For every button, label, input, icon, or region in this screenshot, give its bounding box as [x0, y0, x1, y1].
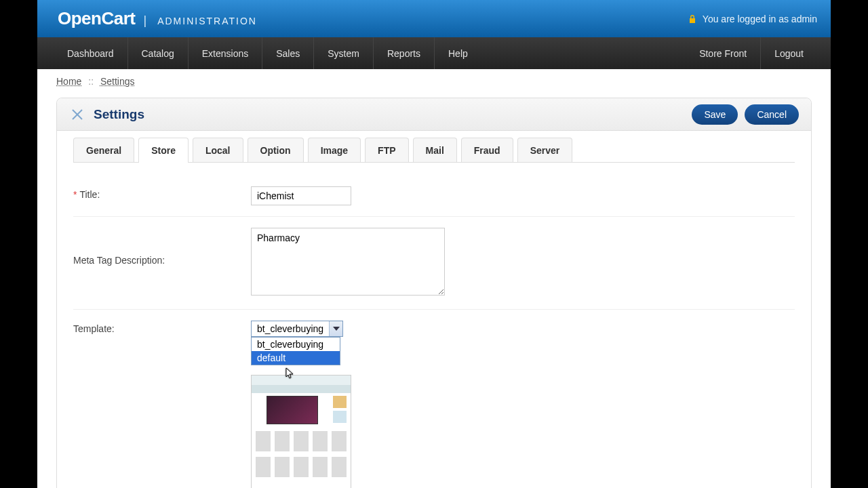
- title-label: Title:: [79, 189, 100, 200]
- breadcrumb-home[interactable]: Home: [56, 76, 81, 87]
- template-option-cleverbuying[interactable]: bt_cleverbuying: [252, 338, 340, 351]
- panel-header: Settings Save Cancel: [57, 98, 811, 131]
- nav-sales[interactable]: Sales: [262, 37, 313, 69]
- login-status-text: You are logged in as admin: [703, 14, 817, 24]
- nav-logout[interactable]: Logout: [760, 37, 817, 69]
- nav-help[interactable]: Help: [434, 37, 481, 69]
- row-template: Template: bt_cleverbuying bt_cleverbuyin…: [73, 310, 795, 488]
- settings-icon: [69, 106, 85, 123]
- login-status: You are logged in as admin: [688, 14, 817, 24]
- tabs: General Store Local Option Image FTP Mai…: [57, 131, 811, 163]
- meta-label: Meta Tag Description:: [73, 255, 165, 266]
- save-button[interactable]: Save: [692, 104, 738, 125]
- nav-reports[interactable]: Reports: [373, 37, 434, 69]
- breadcrumb-sep: ::: [88, 76, 94, 87]
- nav-system[interactable]: System: [313, 37, 373, 69]
- template-dropdown[interactable]: bt_cleverbuying default: [251, 337, 340, 365]
- row-title: *Title:: [73, 176, 795, 217]
- tab-server[interactable]: Server: [517, 138, 573, 163]
- settings-panel: Settings Save Cancel General Store Local…: [56, 98, 812, 488]
- title-input[interactable]: [251, 186, 351, 205]
- tab-ftp[interactable]: FTP: [365, 138, 408, 163]
- tab-store[interactable]: Store: [138, 138, 189, 163]
- form-area: *Title: Meta Tag Description: Template:: [57, 163, 811, 488]
- breadcrumb-current[interactable]: Settings: [100, 76, 135, 87]
- row-meta: Meta Tag Description:: [73, 217, 795, 310]
- header: OpenCart | ADMINISTRATION You are logged…: [37, 0, 831, 37]
- nav-extensions[interactable]: Extensions: [188, 37, 262, 69]
- panel-title: Settings: [94, 107, 144, 122]
- tab-option[interactable]: Option: [248, 138, 304, 163]
- tab-mail[interactable]: Mail: [413, 138, 457, 163]
- cancel-button[interactable]: Cancel: [745, 104, 799, 125]
- breadcrumb: Home :: Settings: [37, 69, 831, 94]
- nav-store-front[interactable]: Store Front: [686, 37, 760, 69]
- tab-fraud[interactable]: Fraud: [461, 138, 513, 163]
- chevron-down-icon[interactable]: [329, 321, 342, 336]
- nav-right: Store Front Logout: [686, 37, 817, 69]
- tab-general[interactable]: General: [73, 138, 134, 163]
- app-window: OpenCart | ADMINISTRATION You are logged…: [37, 0, 831, 488]
- template-preview: [251, 375, 351, 488]
- nav-left: Dashboard Catalog Extensions Sales Syste…: [54, 37, 481, 69]
- required-marker: *: [73, 189, 77, 200]
- brand-logo: OpenCart: [58, 8, 135, 29]
- navbar: Dashboard Catalog Extensions Sales Syste…: [37, 37, 831, 69]
- template-label: Template:: [73, 323, 115, 334]
- brand-separator: |: [143, 14, 146, 28]
- template-option-default[interactable]: default: [252, 351, 340, 365]
- nav-dashboard[interactable]: Dashboard: [54, 37, 127, 69]
- nav-catalog[interactable]: Catalog: [127, 37, 188, 69]
- brand-subtitle: ADMINISTRATION: [157, 16, 257, 26]
- template-select[interactable]: bt_cleverbuying: [251, 321, 343, 337]
- template-select-value: bt_cleverbuying: [252, 321, 329, 336]
- tab-local[interactable]: Local: [193, 138, 243, 163]
- lock-icon: [688, 14, 697, 24]
- meta-textarea[interactable]: [251, 228, 445, 296]
- tab-image[interactable]: Image: [308, 138, 361, 163]
- brand: OpenCart | ADMINISTRATION: [58, 8, 257, 29]
